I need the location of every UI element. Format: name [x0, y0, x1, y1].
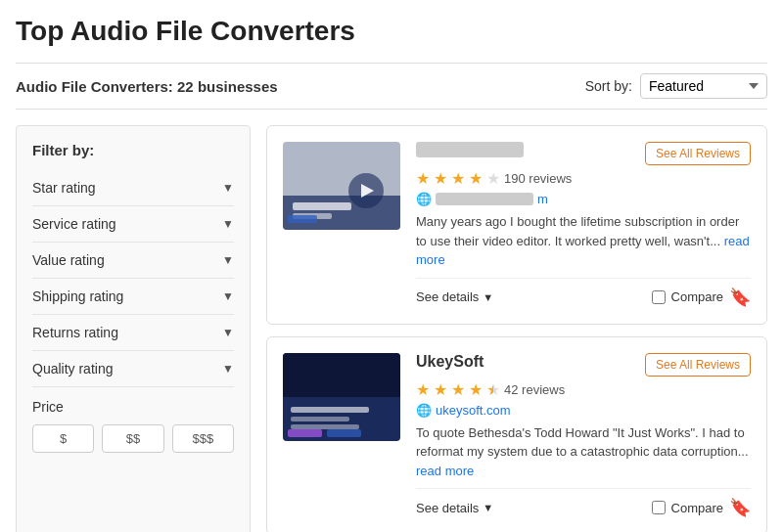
filter-service-rating-label: Service rating — [32, 216, 116, 232]
see-details-button[interactable]: See details ▼ — [416, 501, 493, 515]
read-more-link[interactable]: read more — [416, 234, 750, 268]
main-content: Filter by: Star rating ▼ Service rating … — [16, 125, 767, 532]
review-count: 42 reviews — [504, 382, 565, 397]
star-5-half: ★ — [486, 380, 500, 399]
svg-rect-9 — [291, 407, 369, 413]
listing-body: UkeySoft See All Reviews ★ ★ ★ ★ ★ 42 re… — [416, 353, 751, 519]
listing-card: See All Reviews ★ ★ ★ ★ ★ 190 reviews 🌐 … — [266, 125, 767, 325]
price-label: Price — [32, 399, 234, 415]
sort-by-section: Sort by: Featured Top Rated Most Reviewe… — [585, 73, 767, 99]
chevron-down-icon: ▼ — [222, 326, 234, 339]
listing-url: 🌐 m — [416, 192, 751, 206]
subheader: Audio File Converters: 22 businesses Sor… — [16, 63, 767, 110]
chevron-down-icon: ▼ — [222, 181, 234, 195]
compare-section: Compare 🔖 — [652, 287, 751, 308]
chevron-down-icon: ▼ — [222, 362, 234, 376]
chevron-down-icon: ▼ — [483, 502, 493, 513]
price-high-button[interactable]: $$$ — [172, 424, 234, 453]
listing-url: 🌐 ukeysoft.com — [416, 403, 751, 418]
price-low-button[interactable]: $ — [32, 424, 94, 453]
listing-top: See All Reviews — [416, 142, 751, 165]
chevron-down-icon: ▼ — [222, 217, 234, 231]
globe-icon: 🌐 — [416, 403, 432, 418]
star-rating: ★ ★ ★ ★ ★ 42 reviews — [416, 380, 751, 399]
star-2: ★ — [434, 169, 447, 188]
listing-name-blurred — [416, 142, 524, 157]
see-all-reviews-button[interactable]: See All Reviews — [645, 353, 751, 377]
star-5: ★ — [486, 169, 500, 188]
listing-footer: See details ▼ Compare 🔖 — [416, 488, 751, 518]
star-2: ★ — [434, 380, 447, 399]
filter-star-rating-label: Star rating — [32, 180, 96, 196]
compare-section: Compare 🔖 — [652, 497, 751, 518]
filter-quality-rating-label: Quality rating — [32, 361, 113, 377]
filter-shipping-rating-label: Shipping rating — [32, 288, 123, 304]
svg-rect-12 — [288, 429, 322, 437]
listing-description: To quote Bethesda's Todd Howard "It Just… — [416, 423, 751, 481]
bookmark-icon[interactable]: 🔖 — [729, 497, 751, 518]
page-title: Top Audio File Converters — [16, 16, 767, 47]
chevron-down-icon: ▼ — [222, 253, 234, 267]
compare-checkbox[interactable] — [652, 501, 666, 514]
see-all-reviews-button[interactable]: See All Reviews — [645, 142, 751, 165]
filter-value-rating-label: Value rating — [32, 252, 105, 268]
business-count: 22 businesses — [177, 78, 278, 95]
compare-checkbox[interactable] — [652, 290, 666, 304]
chevron-down-icon: ▼ — [222, 289, 234, 303]
star-1: ★ — [416, 169, 430, 188]
listing-url-link[interactable]: ukeysoft.com — [436, 403, 511, 418]
listing-footer: See details ▼ Compare 🔖 — [416, 278, 751, 308]
filter-returns-rating-label: Returns rating — [32, 325, 118, 340]
svg-rect-6 — [288, 215, 317, 223]
read-more-link[interactable]: read more — [416, 464, 474, 478]
filter-service-rating[interactable]: Service rating ▼ — [32, 206, 234, 243]
listing-url-blurred — [436, 193, 533, 205]
filter-quality-rating[interactable]: Quality rating ▼ — [32, 351, 234, 387]
price-buttons: $ $$ $$$ — [32, 424, 234, 453]
see-details-button[interactable]: See details ▼ — [416, 289, 493, 304]
globe-icon: 🌐 — [416, 192, 432, 206]
svg-rect-11 — [291, 424, 359, 429]
chevron-down-icon: ▼ — [483, 291, 493, 303]
listing-name: UkeySoft — [416, 353, 484, 371]
sort-select[interactable]: Featured Top Rated Most Reviewed Alphabe… — [640, 73, 767, 99]
svg-rect-1 — [283, 196, 400, 230]
compare-label: Compare — [671, 289, 723, 304]
listing-thumbnail — [283, 142, 400, 230]
filter-returns-rating[interactable]: Returns rating ▼ — [32, 315, 234, 351]
svg-rect-2 — [293, 202, 351, 210]
review-count: 190 reviews — [504, 171, 572, 186]
listings: See All Reviews ★ ★ ★ ★ ★ 190 reviews 🌐 … — [266, 125, 767, 532]
category-label: Audio File Converters: — [16, 78, 173, 95]
result-count: Audio File Converters: 22 businesses — [16, 78, 278, 95]
svg-rect-8 — [283, 353, 400, 397]
star-3: ★ — [451, 380, 465, 399]
star-1: ★ — [416, 380, 430, 399]
listing-top: UkeySoft See All Reviews — [416, 353, 751, 377]
filter-label: Filter by: — [32, 142, 234, 158]
star-rating: ★ ★ ★ ★ ★ 190 reviews — [416, 169, 751, 188]
price-mid-button[interactable]: $$ — [102, 424, 163, 453]
sidebar: Filter by: Star rating ▼ Service rating … — [16, 125, 251, 532]
listing-card: UkeySoft See All Reviews ★ ★ ★ ★ ★ 42 re… — [266, 336, 767, 533]
listing-body: See All Reviews ★ ★ ★ ★ ★ 190 reviews 🌐 … — [416, 142, 751, 308]
sort-by-label: Sort by: — [585, 78, 632, 94]
svg-rect-13 — [327, 429, 361, 437]
star-4: ★ — [469, 169, 483, 188]
listing-description: Many years ago I bought the lifetime sub… — [416, 212, 751, 270]
compare-label: Compare — [671, 501, 723, 515]
star-3: ★ — [451, 169, 465, 188]
price-filter: Price $ $$ $$$ — [32, 399, 234, 453]
filter-shipping-rating[interactable]: Shipping rating ▼ — [32, 279, 234, 315]
star-4: ★ — [469, 380, 483, 399]
listing-thumbnail — [283, 353, 400, 441]
filter-star-rating[interactable]: Star rating ▼ — [32, 170, 234, 206]
bookmark-icon[interactable]: 🔖 — [729, 287, 751, 308]
filter-value-rating[interactable]: Value rating ▼ — [32, 243, 234, 279]
svg-rect-10 — [291, 417, 349, 421]
